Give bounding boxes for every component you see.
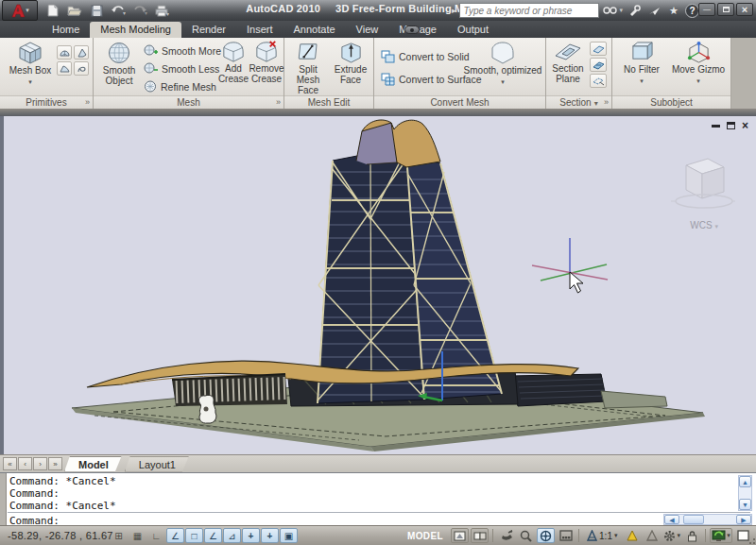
live-section-button[interactable]	[590, 42, 607, 56]
mesh-dome-button[interactable]	[57, 45, 72, 60]
add-jog-button[interactable]	[590, 58, 607, 72]
annotation-visibility-button[interactable]	[623, 528, 641, 543]
dyn-toggle[interactable]: +	[242, 528, 260, 543]
coordinate-readout[interactable]: -58.29, -26.78 , 61.67	[8, 530, 113, 541]
split-mesh-face-button[interactable]: Split Mesh Face	[287, 41, 329, 95]
section-plane-button[interactable]: Section Plane	[548, 41, 588, 84]
panel-title-convert-mesh[interactable]: Convert Mesh	[374, 95, 545, 109]
smooth-object-button[interactable]: Smooth Object	[97, 41, 141, 86]
convert-to-solid-button[interactable]: Convert to Solid	[381, 50, 470, 63]
ribbon-minimize-button[interactable]	[404, 26, 420, 34]
scroll-left-button[interactable]: ◀	[664, 515, 679, 524]
open-file-button[interactable]	[65, 3, 84, 19]
new-file-button[interactable]	[43, 3, 62, 19]
last-layout-button[interactable]: »	[48, 457, 62, 470]
subscription-center-icon[interactable]	[645, 3, 662, 18]
search-dropdown-icon[interactable]: ▾	[620, 7, 624, 14]
steering-wheel-button[interactable]	[537, 528, 555, 543]
ortho-toggle[interactable]: ∟	[147, 528, 165, 543]
minimize-button[interactable]: —	[698, 3, 715, 16]
quick-view-drawings-button[interactable]	[471, 528, 489, 543]
smooth-less-button[interactable]: Smooth Less	[144, 62, 219, 75]
tab-output[interactable]: Output	[447, 22, 499, 38]
refine-mesh-button[interactable]: Refine Mesh	[144, 80, 216, 93]
tab-layout1[interactable]: Layout1	[125, 456, 190, 472]
resize-grip[interactable]	[747, 536, 755, 544]
tab-model[interactable]: Model	[64, 456, 123, 472]
extrude-face-button[interactable]: Extrude Face	[331, 41, 370, 85]
command-window[interactable]: Command: *Cancel* Command: Command: *Can…	[0, 472, 756, 525]
pan-button[interactable]	[497, 528, 515, 543]
tab-home[interactable]: Home	[42, 22, 90, 38]
help-icon[interactable]: ?	[685, 4, 699, 18]
toolbar-lock-button[interactable]	[683, 528, 701, 543]
mesh-wedge-button[interactable]	[57, 61, 72, 76]
tab-mesh-modeling[interactable]: Mesh Modeling	[90, 22, 181, 38]
mesh-pyramid-button[interactable]	[74, 45, 89, 60]
close-button[interactable]: ×	[736, 3, 753, 16]
tab-insert[interactable]: Insert	[236, 22, 284, 38]
drawing-minimize-icon[interactable]	[712, 125, 720, 128]
otrack-toggle[interactable]: ∠	[204, 528, 222, 543]
ducs-toggle[interactable]: ⊿	[223, 528, 241, 543]
tab-render[interactable]: Render	[181, 22, 236, 38]
mesh-spiral-button[interactable]	[74, 61, 89, 76]
search-input[interactable]	[459, 3, 599, 18]
redo-button[interactable]: ▾	[130, 3, 149, 19]
tab-view[interactable]: View	[346, 22, 389, 38]
mesh-box-button[interactable]: Mesh Box ▾	[6, 41, 55, 87]
prev-layout-button[interactable]: ‹	[18, 457, 32, 470]
grid-toggle[interactable]: ▦	[129, 528, 146, 543]
model-space-button[interactable]: MODEL	[402, 528, 449, 543]
drawing-close-icon[interactable]: ×	[742, 120, 748, 131]
workspace-switching-button[interactable]: ▾	[662, 528, 681, 543]
viewcube[interactable]	[669, 152, 735, 214]
zoom-button[interactable]	[517, 528, 535, 543]
panel-title-subobject[interactable]: Subobject	[612, 95, 730, 109]
scrollbar-thumb[interactable]	[683, 515, 704, 524]
move-gizmo-button[interactable]: Move Gizmo ▾	[669, 41, 728, 86]
communication-center-icon[interactable]	[626, 3, 643, 18]
favorites-star-icon[interactable]: ★	[665, 3, 682, 18]
remove-crease-button[interactable]: Remove Crease	[250, 41, 283, 84]
quick-view-layouts-button[interactable]	[451, 528, 469, 543]
smooth-more-button[interactable]: Smooth More	[144, 44, 221, 57]
snap-toggle[interactable]: ⊞	[110, 528, 128, 543]
scroll-down-button[interactable]: ▼	[739, 499, 751, 510]
qp-toggle[interactable]: ▣	[280, 528, 298, 543]
plot-button[interactable]: ▾	[152, 3, 171, 19]
command-window-drag-handle[interactable]	[0, 473, 7, 526]
scroll-up-button[interactable]: ▲	[739, 476, 751, 487]
next-layout-button[interactable]: ›	[33, 457, 47, 470]
lwt-toggle[interactable]: +	[261, 528, 279, 543]
panel-title-mesh-edit[interactable]: Mesh Edit	[284, 95, 373, 109]
wcs-selector[interactable]: WCS ▾	[690, 220, 718, 230]
maximize-button[interactable]	[717, 3, 734, 16]
annotation-autoscale-button[interactable]	[643, 528, 661, 543]
annotation-scale-button[interactable]: 1:1 ▾	[583, 528, 621, 543]
command-horizontal-scrollbar[interactable]: ◀ ▶	[663, 514, 752, 525]
add-crease-button[interactable]: Add Crease	[218, 41, 249, 84]
polar-toggle[interactable]: ∠	[166, 528, 184, 543]
panel-title-primitives[interactable]: Primitives »	[0, 95, 93, 109]
panel-title-mesh[interactable]: Mesh »	[94, 95, 284, 109]
search-icon[interactable]	[602, 3, 619, 18]
command-vertical-scrollbar[interactable]: ▲ ▼	[738, 475, 752, 511]
drawing-viewport[interactable]: × WCS ▾	[0, 116, 756, 454]
show-motion-button[interactable]	[557, 528, 575, 543]
no-filter-button[interactable]: No Filter ▾	[616, 41, 667, 86]
smooth-optimized-icon	[490, 41, 515, 65]
save-button[interactable]	[87, 3, 106, 19]
scroll-right-button[interactable]: ▶	[736, 515, 751, 524]
panel-title-section[interactable]: Section▾ »	[546, 95, 611, 109]
drawing-restore-icon[interactable]	[727, 122, 735, 129]
infocenter-expander-icon[interactable]: ▸	[452, 6, 456, 15]
undo-button[interactable]: ▾	[109, 3, 128, 19]
first-layout-button[interactable]: «	[3, 457, 17, 470]
osnap-toggle[interactable]: □	[185, 528, 203, 543]
application-menu-button[interactable]: ▾	[2, 0, 38, 21]
tab-annotate[interactable]: Annotate	[284, 22, 346, 38]
smooth-optimized-button[interactable]: Smooth, optimized ▾	[461, 41, 544, 87]
generate-section-button[interactable]	[590, 74, 607, 88]
hardware-acceleration-button[interactable]: ▾	[710, 528, 732, 543]
